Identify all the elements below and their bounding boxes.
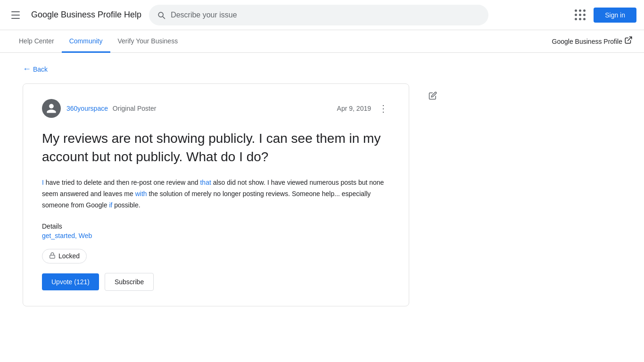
- app-title: Google Business Profile Help: [31, 10, 141, 20]
- avatar: [42, 99, 61, 118]
- author-badge: Original Poster: [113, 105, 157, 112]
- locked-badge: Locked: [42, 249, 87, 263]
- body-link-with[interactable]: with: [135, 190, 147, 197]
- external-link-icon: [624, 36, 633, 47]
- avatar-person-icon: [46, 103, 57, 114]
- body-link-that[interactable]: that: [200, 179, 211, 186]
- menu-button[interactable]: [8, 8, 24, 23]
- post-actions: Upvote (121) Subscribe: [42, 273, 390, 291]
- more-options-button[interactable]: ⋮: [377, 101, 390, 116]
- post-meta-right: Apr 9, 2019 ⋮: [337, 101, 390, 116]
- main-content: ← Back 360yourspace Original Poster: [0, 53, 566, 318]
- post-header: 360yourspace Original Poster Apr 9, 2019…: [42, 99, 390, 118]
- nav-item-help-center[interactable]: Help Center: [11, 31, 62, 53]
- edit-icon[interactable]: [429, 91, 437, 102]
- post-body-text: I have tried to delete and then re-post …: [42, 177, 390, 211]
- upvote-button[interactable]: Upvote (121): [42, 273, 99, 290]
- body-link-i[interactable]: I: [42, 179, 44, 186]
- nav-bar: Help Center Community Verify Your Busine…: [0, 30, 644, 53]
- post-title: My reviews are not showing publicly. I c…: [42, 129, 390, 166]
- search-icon: [157, 10, 166, 20]
- nav-item-community[interactable]: Community: [62, 31, 110, 53]
- author-info: 360yourspace Original Poster: [66, 105, 156, 112]
- google-business-profile-link[interactable]: Google Business Profile: [552, 36, 633, 47]
- lock-icon: [49, 252, 56, 260]
- nav-right: Google Business Profile: [552, 36, 633, 47]
- sign-in-button[interactable]: Sign in: [594, 8, 636, 23]
- back-link[interactable]: ← Back: [23, 64, 543, 74]
- body-link-if[interactable]: if: [109, 201, 112, 209]
- external-link-label: Google Business Profile: [552, 38, 622, 45]
- header-right: Sign in: [571, 6, 636, 25]
- details-label: Details: [42, 222, 390, 230]
- google-apps-button[interactable]: [571, 6, 590, 25]
- locked-label: Locked: [58, 252, 80, 260]
- post-date: Apr 9, 2019: [337, 105, 371, 112]
- top-header: Google Business Profile Help Sign in: [0, 0, 644, 30]
- search-bar: [149, 5, 488, 25]
- post-card: 360yourspace Original Poster Apr 9, 2019…: [23, 83, 409, 306]
- nav-item-verify-business[interactable]: Verify Your Business: [110, 31, 186, 53]
- back-label: Back: [33, 66, 48, 73]
- dots-grid-icon: [575, 9, 586, 21]
- post-body: I have tried to delete and then re-post …: [42, 177, 390, 211]
- svg-rect-1: [50, 255, 55, 258]
- details-tags[interactable]: get_started, Web: [42, 232, 390, 239]
- search-input[interactable]: [171, 11, 481, 19]
- subscribe-button[interactable]: Subscribe: [105, 273, 154, 291]
- nav-left: Help Center Community Verify Your Busine…: [11, 30, 185, 52]
- details-section: Details get_started, Web: [42, 222, 390, 239]
- svg-line-0: [628, 37, 632, 41]
- back-arrow-icon: ←: [23, 64, 31, 74]
- author-name[interactable]: 360yourspace: [66, 105, 108, 112]
- post-author: 360yourspace Original Poster: [42, 99, 156, 118]
